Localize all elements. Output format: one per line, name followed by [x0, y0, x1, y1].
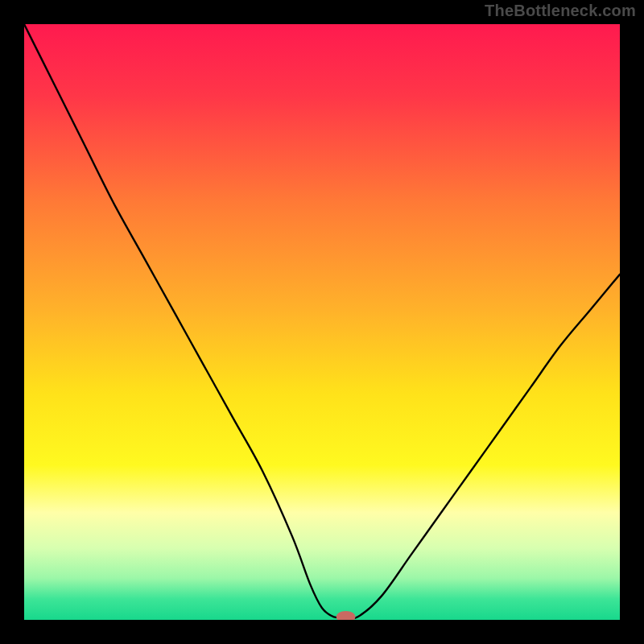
- plot-area: [24, 24, 620, 620]
- watermark-text: TheBottleneck.com: [485, 2, 636, 20]
- chart-frame: TheBottleneck.com: [0, 0, 644, 644]
- chart-svg: [24, 24, 620, 620]
- gradient-background: [24, 24, 620, 620]
